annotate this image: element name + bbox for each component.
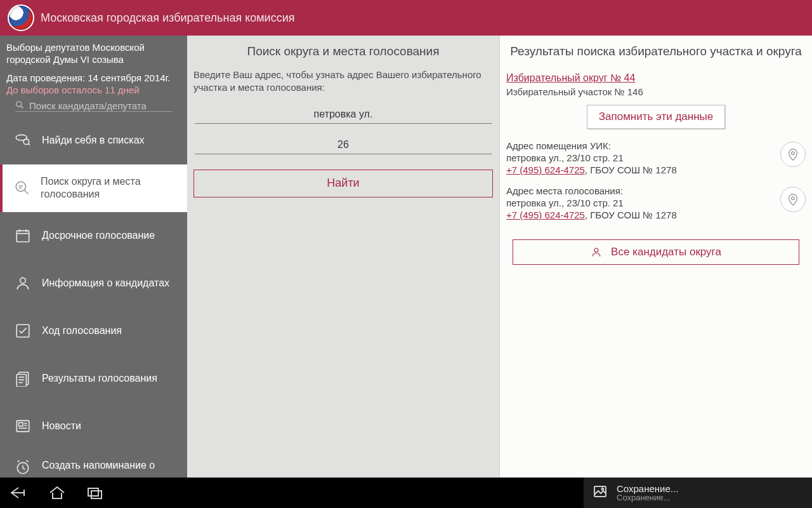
nav-find-yourself[interactable]: Найди себя в списках bbox=[0, 117, 187, 164]
search-panel: Поиск округа и места голосования Введите… bbox=[187, 36, 500, 478]
android-system-bar: Сохранение... Сохранение... bbox=[0, 478, 812, 508]
all-candidates-button[interactable]: Все кандидаты округа bbox=[513, 239, 799, 265]
candidate-search[interactable] bbox=[15, 100, 172, 112]
svg-rect-16 bbox=[16, 375, 26, 387]
vote-address-block: Адрес места голосования: петровка ул., 2… bbox=[506, 185, 806, 220]
nav-results[interactable]: Результаты голосования bbox=[0, 355, 187, 403]
person-icon bbox=[14, 275, 32, 291]
uik-address-block: Адрес помещения УИК: петровка ул., 23/10… bbox=[506, 140, 806, 175]
svg-line-27 bbox=[23, 468, 25, 469]
uik-label: Адрес помещения УИК: bbox=[506, 140, 770, 151]
results-panel: Результаты поиска избирательного участка… bbox=[500, 36, 812, 478]
svg-rect-21 bbox=[19, 423, 23, 426]
newspaper-icon bbox=[14, 418, 32, 434]
nav-label: Досрочное голосование bbox=[42, 229, 155, 242]
nav-label: Поиск округа и места голосования bbox=[41, 175, 178, 201]
svg-rect-34 bbox=[91, 491, 102, 498]
nav-voting-progress[interactable]: Ход голосования bbox=[0, 307, 187, 355]
search-panel-title: Поиск округа и места голосования bbox=[193, 44, 493, 58]
candidate-search-input[interactable] bbox=[29, 100, 172, 111]
uik-school: , ГБОУ СОШ № 1278 bbox=[585, 164, 677, 175]
nav-label: Ход голосования bbox=[42, 324, 122, 337]
svg-rect-33 bbox=[88, 488, 98, 496]
nav-search-district[interactable]: Поиск округа и места голосования bbox=[0, 164, 187, 212]
uik-map-button[interactable] bbox=[780, 142, 806, 167]
recent-apps-button[interactable] bbox=[76, 478, 114, 508]
find-button[interactable]: Найти bbox=[193, 170, 493, 197]
nav-candidate-info[interactable]: Информация о кандидатах bbox=[0, 260, 187, 307]
home-button[interactable] bbox=[38, 478, 76, 508]
svg-point-32 bbox=[594, 248, 598, 252]
svg-point-0 bbox=[16, 101, 22, 106]
svg-line-4 bbox=[29, 144, 30, 145]
search-icon bbox=[15, 100, 24, 111]
nav-label: Создать напоминание о bbox=[42, 459, 155, 472]
search-hint: Введите Ваш адрес, чтобы узнать адрес Ва… bbox=[193, 69, 493, 95]
app-bar: Московская городская избирательная комис… bbox=[0, 0, 812, 36]
house-input[interactable] bbox=[195, 137, 492, 154]
list-search-icon bbox=[14, 132, 32, 149]
election-date: Дата проведения: 14 сентября 2014г. bbox=[0, 69, 187, 83]
map-pin-icon bbox=[786, 147, 800, 161]
all-candidates-label: Все кандидаты округа bbox=[611, 246, 721, 258]
results-panel-title: Результаты поиска избирательного участка… bbox=[506, 44, 806, 58]
svg-point-31 bbox=[792, 197, 795, 200]
vote-label: Адрес места голосования: bbox=[506, 185, 770, 196]
back-button[interactable] bbox=[0, 478, 38, 508]
svg-line-29 bbox=[26, 460, 28, 462]
sidebar-nav: Найди себя в списках Поиск округа и мест… bbox=[0, 117, 187, 488]
street-input[interactable] bbox=[195, 106, 492, 124]
remember-button[interactable]: Запомнить эти данные bbox=[587, 105, 725, 129]
vote-phone-link[interactable]: +7 (495) 624-4725 bbox=[506, 210, 585, 220]
magnifier-ballot-icon bbox=[14, 180, 30, 196]
documents-icon bbox=[14, 370, 32, 387]
station-text: Избирательный участок № 146 bbox=[506, 86, 806, 97]
nav-early-voting[interactable]: Досрочное голосование bbox=[0, 212, 187, 260]
sidebar: Выборы депутатов Московской городской Ду… bbox=[0, 36, 187, 478]
uik-address: петровка ул., 23/10 стр. 21 bbox=[506, 152, 770, 163]
election-name: Выборы депутатов Московской городской Ду… bbox=[0, 36, 187, 69]
notification-subtitle: Сохранение... bbox=[617, 493, 678, 502]
svg-point-5 bbox=[16, 182, 25, 191]
vote-map-button[interactable] bbox=[780, 187, 806, 212]
svg-point-30 bbox=[792, 152, 795, 155]
svg-line-28 bbox=[17, 460, 19, 462]
workspace: Выборы депутатов Московской городской Ду… bbox=[0, 36, 812, 478]
nav-label: Новости bbox=[42, 420, 81, 432]
checkbox-icon bbox=[14, 323, 32, 339]
svg-point-13 bbox=[20, 277, 26, 283]
uik-phone-link[interactable]: +7 (495) 624-4725 bbox=[506, 164, 585, 175]
district-link[interactable]: Избирательный округ № 44 bbox=[506, 72, 635, 83]
map-pin-icon bbox=[786, 192, 800, 206]
vote-school: , ГБОУ СОШ № 1278 bbox=[585, 210, 677, 220]
nav-label: Найди себя в списках bbox=[42, 134, 145, 147]
person-icon bbox=[591, 246, 602, 258]
svg-line-6 bbox=[24, 190, 29, 194]
calendar-icon bbox=[14, 227, 32, 244]
mosgorizbirkom-logo-icon bbox=[8, 4, 34, 31]
nav-label: Информация о кандидатах bbox=[42, 277, 169, 290]
alarm-clock-icon bbox=[14, 459, 32, 476]
image-icon bbox=[593, 484, 608, 502]
svg-rect-9 bbox=[16, 231, 29, 241]
svg-line-1 bbox=[21, 105, 23, 108]
svg-point-3 bbox=[23, 139, 29, 145]
election-countdown: До выборов осталось 11 дней bbox=[0, 83, 187, 100]
nav-label: Результаты голосования bbox=[42, 372, 157, 385]
vote-address: петровка ул., 23/10 стр. 21 bbox=[506, 197, 770, 208]
nav-news[interactable]: Новости bbox=[0, 403, 187, 450]
app-title: Московская городская избирательная комис… bbox=[41, 11, 294, 25]
save-notification[interactable]: Сохранение... Сохранение... bbox=[584, 478, 812, 508]
svg-point-36 bbox=[602, 488, 604, 490]
